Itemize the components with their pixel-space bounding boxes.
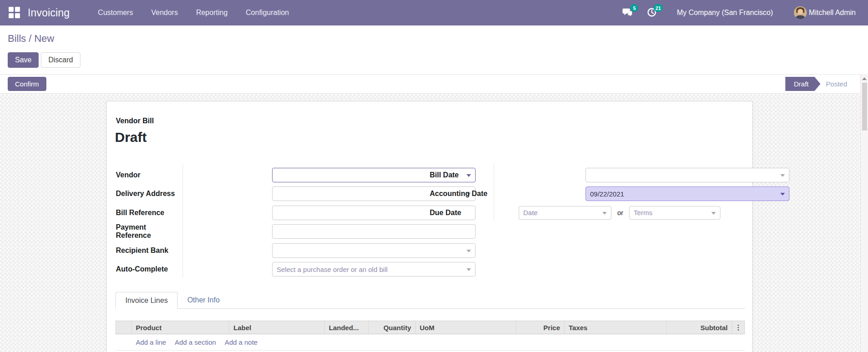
bill-date-label: Bill Date [430, 171, 496, 179]
breadcrumb-bills-link[interactable]: Bills [8, 33, 26, 44]
optional-columns-toggle[interactable]: ⋮ [732, 321, 745, 334]
menu-vendors[interactable]: Vendors [142, 1, 187, 25]
menu-configuration[interactable]: Configuration [237, 1, 298, 25]
top-navbar: Invoicing Customers Vendors Reporting Co… [0, 0, 868, 25]
chevron-down-icon [711, 212, 716, 215]
auto-complete-select[interactable] [272, 262, 476, 277]
status-step-posted[interactable]: Posted [820, 77, 852, 91]
field-row-payment-reference: Payment Reference [116, 222, 409, 241]
tab-other-info[interactable]: Other Info [178, 292, 229, 308]
due-date-terms-select[interactable]: Terms [629, 206, 720, 220]
main-menu: Customers Vendors Reporting Configuratio… [89, 1, 298, 25]
auto-complete-label: Auto-Complete [116, 265, 183, 273]
user-name: Mitchell Admin [809, 9, 856, 17]
menu-reporting[interactable]: Reporting [187, 1, 237, 25]
accounting-date-select[interactable]: 09/22/2021 [585, 186, 789, 201]
discard-button[interactable]: Discard [41, 52, 80, 68]
user-avatar [794, 6, 807, 19]
status-step-draft[interactable]: Draft [785, 77, 821, 91]
kebab-menu-icon: ⋮ [735, 323, 742, 332]
control-panel-buttons: Save Discard [8, 52, 80, 68]
field-row-accounting-date: Accounting Date 09/22/2021 [430, 185, 723, 204]
bill-date-select[interactable] [585, 168, 789, 182]
payment-reference-input-box [272, 224, 476, 239]
column-price[interactable]: Price [516, 321, 565, 334]
table-add-row: Add a line Add a section Add a note [115, 334, 745, 351]
column-label[interactable]: Label [229, 321, 325, 334]
auto-complete-input[interactable] [277, 266, 463, 273]
column-uom[interactable]: UoM [416, 321, 516, 334]
column-handle [115, 321, 132, 334]
due-date-terms-placeholder: Terms [634, 209, 652, 216]
add-a-note-link[interactable]: Add a note [225, 338, 258, 346]
column-subtotal[interactable]: Subtotal [667, 321, 732, 334]
document-state-heading: Draft [115, 130, 147, 145]
systray: 5 21 My Company (San Francisco) [609, 6, 868, 19]
accounting-date-value: 09/22/2021 [590, 190, 624, 198]
breadcrumb: Bills/New [8, 33, 54, 45]
field-row-bill-reference: Bill Reference [116, 203, 409, 222]
statusbar-row: Confirm Draft Posted [0, 74, 868, 94]
vendor-label: Vendor [116, 171, 183, 179]
column-product[interactable]: Product [132, 321, 229, 334]
scroll-up-arrow-icon[interactable] [862, 77, 867, 80]
form-group-right: Bill Date Accounting Date 09/22/2021 Due… [430, 166, 723, 218]
recipient-bank-label: Recipient Bank [116, 246, 183, 255]
status-steps: Draft Posted [785, 77, 852, 91]
chevron-down-icon [602, 212, 607, 215]
field-row-bill-date: Bill Date [430, 166, 723, 185]
vertical-scrollbar[interactable] [860, 74, 868, 352]
breadcrumb-current: New [34, 33, 54, 44]
apps-grid-icon[interactable] [9, 7, 20, 19]
user-menu[interactable]: Mitchell Admin [794, 6, 856, 19]
add-a-line-link[interactable]: Add a line [136, 338, 166, 346]
menu-customers[interactable]: Customers [89, 1, 142, 25]
confirm-button[interactable]: Confirm [8, 77, 46, 91]
payment-reference-label: Payment Reference [116, 223, 183, 240]
accounting-date-label: Accounting Date [430, 190, 496, 198]
due-date-widget: Date or Terms [519, 206, 723, 220]
chevron-down-icon [466, 250, 471, 252]
field-row-due-date: Due Date Date or Terms [430, 203, 723, 222]
field-row-vendor: Vendor [116, 166, 409, 185]
invoicing-app-screen: Invoicing Customers Vendors Reporting Co… [0, 0, 868, 352]
field-row-auto-complete: Auto-Complete [116, 260, 409, 279]
notebook-tabs: Invoice Lines Other Info [115, 292, 745, 309]
activities-icon[interactable]: 21 [647, 7, 658, 18]
column-taxes[interactable]: Taxes [565, 321, 667, 334]
payment-reference-input[interactable] [277, 228, 463, 236]
company-switcher[interactable]: My Company (San Francisco) [677, 9, 773, 17]
activities-badge: 21 [654, 4, 663, 12]
breadcrumb-separator: / [26, 33, 34, 44]
document-type-label: Vendor Bill [116, 117, 154, 125]
chevron-down-icon [780, 174, 785, 177]
chevron-down-icon [780, 193, 785, 196]
form-group-left: Vendor Delivery Address Bill Reference P… [116, 166, 409, 275]
add-a-section-link[interactable]: Add a section [175, 338, 216, 346]
scrollbar-thumb[interactable] [862, 83, 867, 131]
tab-invoice-lines[interactable]: Invoice Lines [115, 292, 178, 309]
field-row-recipient-bank: Recipient Bank [116, 241, 409, 260]
column-landed-costs[interactable]: Landed... [325, 321, 369, 334]
delivery-address-label: Delivery Address [116, 190, 183, 198]
due-date-or-text: or [617, 209, 623, 216]
messages-icon[interactable]: 5 [622, 7, 633, 18]
bill-reference-label: Bill Reference [116, 209, 183, 217]
due-date-label: Due Date [430, 209, 496, 217]
recipient-bank-select[interactable] [272, 243, 476, 258]
column-quantity[interactable]: Quantity [369, 321, 416, 334]
messages-badge: 5 [630, 4, 638, 12]
table-header-row: Product Label Landed... Quantity UoM Pri… [115, 321, 745, 334]
chevron-down-icon [466, 268, 471, 271]
field-row-delivery-address: Delivery Address [116, 185, 409, 204]
invoice-lines-table: Product Label Landed... Quantity UoM Pri… [115, 321, 745, 351]
save-button[interactable]: Save [8, 52, 39, 68]
due-date-date-placeholder: Date [523, 209, 538, 216]
app-title[interactable]: Invoicing [28, 7, 70, 19]
due-date-date-select[interactable]: Date [519, 206, 611, 220]
